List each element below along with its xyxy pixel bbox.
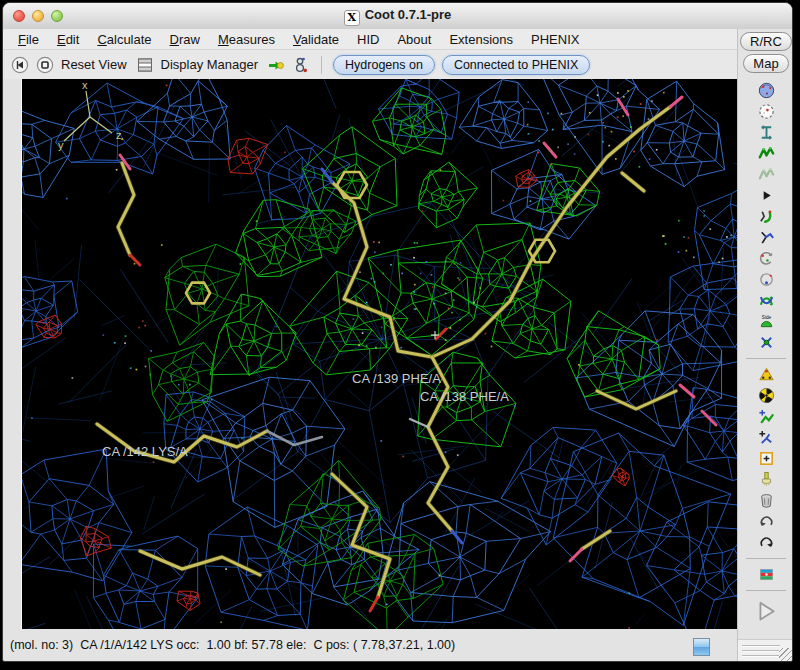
real-space-refine-icon[interactable]: [758, 145, 775, 162]
resize-grip[interactable]: [779, 648, 793, 662]
titlebar[interactable]: XCoot 0.7.1-pre: [3, 3, 792, 30]
jiggle-fit-icon[interactable]: [758, 334, 775, 351]
side-toolbar-separator: [746, 358, 786, 359]
grip-lines: [742, 645, 780, 660]
hydrogens-toggle-button[interactable]: Hydrogens on: [333, 55, 435, 75]
flag-icon[interactable]: [758, 566, 775, 583]
redo-icon[interactable]: [758, 534, 775, 551]
axis-label-y: y: [58, 139, 64, 151]
auto-fit-rotamer-icon[interactable]: [758, 208, 775, 225]
atom-label: CA /142 LYS/A: [102, 444, 188, 459]
menu-file[interactable]: File: [9, 31, 48, 48]
run-play-icon[interactable]: [753, 598, 779, 623]
status-indicator: [693, 638, 710, 656]
edit-chi-angles-icon[interactable]: [758, 250, 775, 267]
view-sphere-icon[interactable]: [758, 82, 775, 99]
menubar: FileEditCalculateDrawMeasuresValidateHID…: [3, 29, 792, 50]
map-button[interactable]: Map: [743, 54, 788, 73]
menu-hid[interactable]: HID: [348, 31, 388, 48]
go-to-atom-icon[interactable]: [267, 56, 285, 74]
pointer-atom-icon[interactable]: [758, 450, 775, 467]
reset-view-button[interactable]: Reset View: [61, 57, 127, 72]
x11-icon: X: [344, 10, 360, 26]
atom-label: CA /139 PHE/A: [352, 371, 441, 386]
regularize-icon[interactable]: [758, 166, 775, 183]
simple-mutate-icon[interactable]: [758, 387, 775, 404]
axis-label-z: z: [116, 129, 122, 141]
window-title-text: Coot 0.7.1-pre: [365, 7, 452, 22]
phenix-connection-button[interactable]: Connected to PHENIX: [442, 55, 590, 75]
delete-item-icon[interactable]: [758, 492, 775, 509]
status-text: (mol. no: 3) CA /1/A/142 LYS occ: 1.00 b…: [10, 638, 455, 652]
molecular-view[interactable]: xyzCA /139 PHE/ACA /138 PHE/ACA /142 LYS…: [22, 79, 738, 629]
add-terminal-residue-icon[interactable]: [758, 408, 775, 425]
menu-measures[interactable]: Measures: [209, 31, 284, 48]
fixed-atoms-icon[interactable]: [758, 187, 775, 204]
window-title: XCoot 0.7.1-pre: [3, 7, 792, 26]
add-alt-conf-icon[interactable]: [758, 429, 775, 446]
back-button[interactable]: [11, 56, 29, 74]
translate-zone-icon[interactable]: [758, 124, 775, 141]
coot-window: XCoot 0.7.1-pre FileEditCalculateDrawMea…: [2, 2, 793, 662]
undo-icon[interactable]: [758, 513, 775, 530]
svg-text:Side: Side: [761, 315, 771, 320]
rrc-button[interactable]: R/RC: [740, 32, 792, 51]
side-toolbar: R/RC Map Side: [737, 29, 793, 641]
menu-draw[interactable]: Draw: [161, 31, 209, 48]
menu-extensions[interactable]: Extensions: [440, 31, 522, 48]
flip-peptide-icon[interactable]: [758, 292, 775, 309]
gl-canvas[interactable]: xyzCA /139 PHE/ACA /138 PHE/ACA /142 LYS…: [21, 79, 738, 629]
display-manager-icon[interactable]: [136, 56, 154, 74]
rotamers-icon[interactable]: [758, 229, 775, 246]
side-toolbar-separator: [746, 590, 786, 591]
mutate-auto-fit-icon[interactable]: [758, 366, 775, 383]
toolbar-separator: [321, 56, 322, 74]
statusbar: (mol. no: 3) CA /1/A/142 LYS occ: 1.00 b…: [3, 629, 737, 662]
corner-panel: [737, 639, 793, 662]
torsion-general-icon[interactable]: [758, 271, 775, 288]
recentre-icon[interactable]: [758, 103, 775, 120]
side-toolbar-separator: [746, 558, 786, 559]
side-toolbar-icons: Side: [746, 82, 786, 623]
menu-calculate[interactable]: Calculate: [88, 31, 160, 48]
atom-label: CA /138 PHE/A: [420, 389, 509, 404]
display-manager-button[interactable]: Display Manager: [161, 57, 259, 72]
side-chain-flip-icon[interactable]: Side: [758, 313, 775, 330]
menu-about[interactable]: About: [388, 31, 440, 48]
molecule-icon[interactable]: [292, 56, 310, 74]
stop-button[interactable]: [36, 56, 54, 74]
clear-pending-icon[interactable]: [758, 471, 775, 488]
menu-validate[interactable]: Validate: [284, 31, 348, 48]
main-toolbar: Reset View Display Manager Hydrogens on …: [3, 50, 737, 79]
menu-edit[interactable]: Edit: [48, 31, 88, 48]
axis-label-x: x: [82, 79, 88, 91]
menu-phenix[interactable]: PHENIX: [522, 31, 588, 48]
